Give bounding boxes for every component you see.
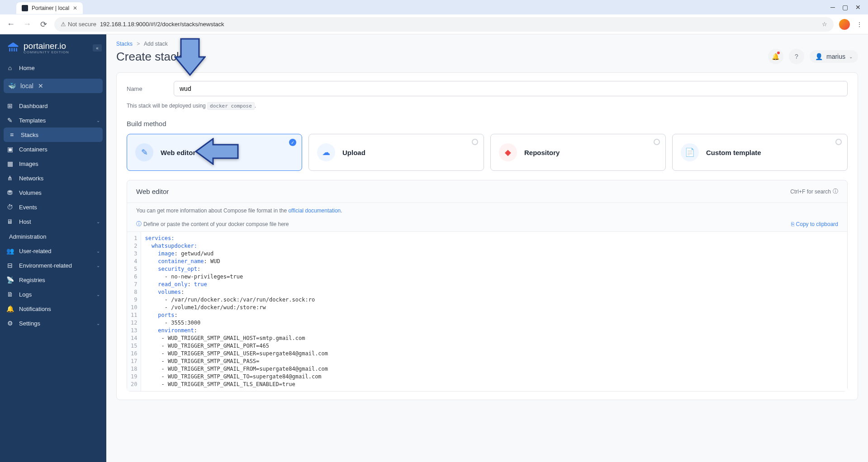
tab-title: Portainer | local (32, 5, 69, 11)
sidebar-item-dashboard[interactable]: ⊞Dashboard (0, 99, 106, 113)
events-icon: ⏱ (6, 203, 14, 211)
gear-icon: ⚙ (6, 320, 14, 327)
images-icon: ▦ (6, 160, 14, 167)
sidebar-item-volumes[interactable]: ⛃Volumes (0, 185, 106, 200)
name-input[interactable] (174, 81, 848, 96)
dashboard-icon: ⊞ (6, 102, 14, 109)
sidebar-item-stacks[interactable]: ≡Stacks (4, 127, 103, 142)
main-content: Stacks > Add stack Create stack ⟳ 🔔 ? 👤 … (106, 34, 868, 462)
code-content[interactable]: services: whatsupdocker: image: getwud/w… (141, 232, 847, 391)
user-menu[interactable]: 👤 marius ⌄ (810, 50, 858, 63)
copy-to-clipboard[interactable]: ⎘Copy to clipboard (791, 221, 838, 227)
editor-title: Web editor (136, 188, 169, 195)
code-editor[interactable]: 1234567891011121314151617181920 services… (127, 231, 847, 391)
reload-button[interactable]: ⟳ (38, 19, 49, 29)
line-gutter: 1234567891011121314151617181920 (127, 232, 141, 391)
radio-icon (472, 139, 478, 145)
close-icon[interactable]: ✕ (855, 4, 861, 11)
method-web-editor[interactable]: ✎ Web editor ✓ (127, 134, 302, 171)
notification-dot (777, 52, 780, 54)
sidebar-item-home[interactable]: ⌂ Home (0, 61, 106, 75)
browser-tab-bar: Portainer | local ✕ ─ ▢ ✕ (0, 0, 868, 14)
sidebar-item-environments[interactable]: ⊟Environment-related⌄ (0, 258, 106, 273)
sidebar-item-logs[interactable]: 🗎Logs⌄ (0, 287, 106, 302)
radio-icon (654, 139, 660, 145)
method-custom-template[interactable]: 📄 Custom template (672, 134, 848, 171)
template-icon: 📄 (681, 143, 699, 161)
help-button[interactable]: ? (789, 49, 804, 64)
upload-icon: ☁ (317, 143, 335, 161)
info-icon: ⓘ (136, 220, 142, 228)
chevron-down-icon: ⌄ (96, 219, 100, 224)
portainer-logo-icon (6, 41, 20, 54)
tab-close-icon[interactable]: ✕ (73, 5, 77, 11)
user-icon: 👤 (815, 53, 823, 60)
browser-menu-icon[interactable]: ⋮ (856, 21, 863, 28)
templates-icon: ✎ (6, 117, 14, 124)
copy-icon: ⎘ (791, 221, 794, 227)
breadcrumb-current: Add stack (144, 41, 168, 47)
name-label: Name (127, 85, 163, 92)
edit-icon: ✎ (135, 143, 153, 161)
host-icon: 🖥 (6, 218, 14, 225)
chevron-down-icon: ⌄ (96, 263, 100, 268)
breadcrumb-stacks[interactable]: Stacks (116, 41, 133, 47)
address-bar[interactable]: ⚠ Not secure 192.168.1.18:9000/#!/2/dock… (54, 17, 834, 32)
git-icon: ◆ (499, 143, 517, 161)
method-upload[interactable]: ☁ Upload (308, 134, 484, 171)
notifications-button[interactable]: 🔔 (768, 49, 783, 64)
method-repository[interactable]: ◆ Repository (490, 134, 666, 171)
env-icon: ⊟ (6, 262, 14, 269)
sidebar-item-host[interactable]: 🖥Host⌄ (0, 214, 106, 229)
stacks-icon: ≡ (8, 131, 15, 138)
sidebar-environment-local[interactable]: 🐳 local ✕ (4, 79, 103, 93)
sidebar-item-networks[interactable]: ⋔Networks (0, 171, 106, 185)
browser-tab[interactable]: Portainer | local ✕ (16, 2, 83, 14)
annotation-arrow-webeditor (195, 138, 240, 166)
sidebar-item-settings[interactable]: ⚙Settings⌄ (0, 316, 106, 330)
maximize-icon[interactable]: ▢ (842, 4, 848, 11)
env-close-icon[interactable]: ✕ (38, 82, 43, 90)
sidebar-logo[interactable]: portainer.io COMMUNITY EDITION (0, 34, 106, 61)
logo-title: portainer.io (24, 41, 69, 51)
forward-button[interactable]: → (22, 19, 33, 29)
editor-placeholder-hint: Define or paste the content of your dock… (143, 221, 289, 227)
build-method-label: Build method (127, 120, 848, 127)
sidebar-collapse-button[interactable]: « (93, 44, 102, 52)
profile-avatar[interactable] (839, 19, 850, 30)
stack-form-card: Name This stack will be deployed using d… (116, 72, 858, 400)
sidebar-item-registries[interactable]: 📡Registries (0, 273, 106, 287)
sidebar: portainer.io COMMUNITY EDITION « ⌂ Home … (0, 34, 106, 462)
bell-icon: 🔔 (6, 305, 14, 312)
sidebar-item-containers[interactable]: ▣Containers (0, 142, 106, 156)
chevron-down-icon: ⌄ (96, 249, 100, 254)
radio-icon (835, 139, 842, 145)
favicon (22, 5, 28, 11)
docker-icon: 🐳 (8, 82, 16, 90)
sidebar-section-admin: Administration (0, 229, 106, 244)
sidebar-item-users[interactable]: 👥User-related⌄ (0, 244, 106, 258)
minimize-icon[interactable]: ─ (830, 4, 835, 11)
web-editor-panel: Web editor Ctrl+F for search ⓘ You can g… (127, 180, 848, 391)
containers-icon: ▣ (6, 146, 14, 153)
editor-search-hint: Ctrl+F for search ⓘ (790, 188, 838, 195)
users-icon: 👥 (6, 247, 14, 255)
deploy-helper: This stack will be deployed using docker… (127, 103, 848, 109)
help-icon[interactable]: ⓘ (833, 188, 838, 195)
chevron-down-icon: ⌄ (96, 118, 100, 123)
editor-help-text: You can get more information about Compo… (127, 203, 847, 214)
sidebar-item-notifications[interactable]: 🔔Notifications (0, 302, 106, 316)
back-button[interactable]: ← (5, 19, 16, 29)
chevron-down-icon: ⌄ (849, 54, 853, 59)
bookmark-icon[interactable]: ☆ (822, 21, 827, 28)
docs-link[interactable]: official documentation (288, 207, 341, 214)
home-icon: ⌂ (6, 64, 14, 71)
logs-icon: 🗎 (6, 291, 14, 298)
sidebar-item-events[interactable]: ⏱Events (0, 200, 106, 214)
logo-subtitle: COMMUNITY EDITION (24, 50, 69, 54)
sidebar-item-templates[interactable]: ✎Templates⌄ (0, 113, 106, 127)
url-text: 192.168.1.18:9000/#!/2/docker/stacks/new… (100, 21, 224, 28)
security-indicator[interactable]: ⚠ Not secure (61, 21, 96, 28)
sidebar-item-images[interactable]: ▦Images (0, 156, 106, 171)
chevron-down-icon: ⌄ (96, 292, 100, 297)
